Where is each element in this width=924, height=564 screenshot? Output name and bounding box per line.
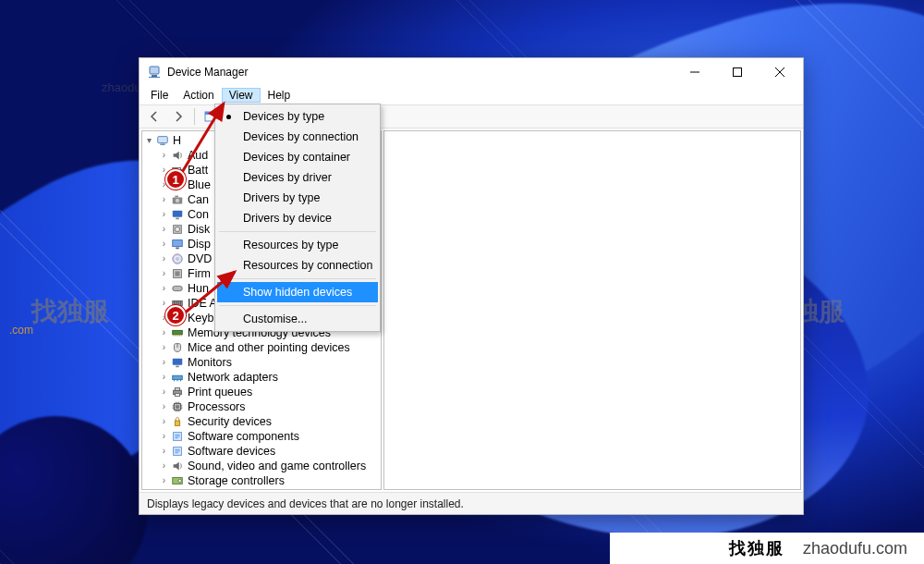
svg-rect-2 [149, 77, 160, 78]
tree-item[interactable]: ›Print queues [142, 385, 381, 399]
minimize-button[interactable] [674, 58, 716, 86]
menu-item-customise[interactable]: Customise... [217, 309, 378, 329]
tree-item-label: Print queues [188, 385, 252, 399]
expander-icon[interactable]: › [159, 399, 169, 414]
tree-item[interactable]: ›Processors [142, 399, 381, 414]
close-button[interactable] [759, 58, 801, 86]
tree-item-label: Storage controllers [188, 473, 285, 488]
tree-item-label: Mice and other pointing devices [188, 340, 350, 355]
tree-item[interactable]: ›Security devices [142, 414, 381, 429]
expander-icon[interactable]: › [159, 222, 169, 237]
view-dropdown-menu: Devices by type Devices by connection De… [214, 104, 381, 332]
tree-item-label: Monitors [188, 355, 232, 370]
svg-rect-28 [173, 330, 183, 334]
svg-rect-25 [173, 286, 183, 290]
svg-rect-7 [158, 137, 168, 143]
svg-rect-3 [734, 68, 742, 77]
svg-point-22 [176, 258, 179, 261]
tree-item-label: Aud [188, 148, 208, 163]
svg-rect-34 [175, 394, 179, 397]
expander-icon[interactable]: › [159, 325, 169, 340]
menu-item-resources-by-type[interactable]: Resources by type [217, 235, 378, 255]
menu-help[interactable]: Help [261, 88, 298, 103]
svg-rect-8 [160, 144, 164, 145]
tree-item[interactable]: ›Sound, video and game controllers [142, 459, 381, 473]
expander-icon[interactable]: › [159, 385, 169, 399]
tree-item-label: IDE A [188, 296, 217, 311]
expander-icon[interactable]: › [159, 355, 169, 370]
expander-icon[interactable]: › [159, 370, 169, 385]
display-icon [170, 237, 185, 251]
expander-icon[interactable]: › [159, 459, 169, 473]
expander-icon[interactable]: › [159, 429, 169, 444]
tree-item-label: Con [188, 207, 209, 222]
svg-rect-1 [152, 75, 157, 77]
menu-item-devices-by-driver[interactable]: Devices by driver [217, 167, 378, 188]
maximize-button[interactable] [716, 58, 759, 86]
expander-icon[interactable]: › [159, 444, 169, 459]
expander-icon[interactable]: › [159, 340, 169, 355]
svg-rect-14 [175, 196, 178, 198]
annotation-marker-1: 1 [165, 169, 186, 190]
expander-icon[interactable]: › [159, 414, 169, 429]
svg-rect-24 [175, 271, 179, 276]
tree-item[interactable]: ›Monitors [142, 355, 381, 370]
network-icon [170, 370, 185, 385]
dvd-icon [170, 251, 185, 266]
menu-item-show-hidden-devices[interactable]: Show hidden devices [217, 282, 378, 302]
expander-icon[interactable]: › [159, 281, 169, 296]
memory-icon [170, 325, 185, 340]
menu-item-devices-by-container[interactable]: Devices by container [217, 147, 378, 167]
menu-view[interactable]: View [222, 88, 261, 103]
tree-item-label: Firm [188, 266, 211, 281]
menu-item-drivers-by-type[interactable]: Drivers by type [217, 188, 378, 208]
menu-separator [219, 278, 376, 279]
menu-item-devices-by-connection[interactable]: Devices by connection [217, 127, 378, 147]
check-bullet-icon [226, 115, 231, 119]
window-title: Device Manager [167, 66, 248, 79]
svg-rect-20 [176, 248, 179, 250]
tree-item-label: Batt [188, 163, 208, 178]
svg-point-18 [175, 227, 179, 231]
svg-point-41 [178, 479, 182, 483]
svg-rect-37 [175, 421, 179, 425]
tree-item-label: Can [188, 192, 209, 207]
tree-item-label: DVD [188, 251, 212, 266]
tree-item-label: Disp [188, 237, 211, 251]
expander-icon[interactable]: › [159, 148, 169, 163]
tree-root-label: H [173, 133, 181, 148]
tree-item[interactable]: ›Mice and other pointing devices [142, 340, 381, 355]
menu-separator [219, 305, 376, 306]
svg-rect-36 [176, 405, 179, 409]
expander-icon[interactable]: › [159, 192, 169, 207]
security-icon [170, 414, 185, 429]
svg-rect-16 [176, 218, 179, 220]
tree-item[interactable]: ›Network adapters [142, 370, 381, 385]
storage-icon [170, 473, 185, 488]
svg-rect-33 [175, 388, 179, 391]
expander-icon[interactable]: › [159, 237, 169, 251]
menu-file[interactable]: File [143, 88, 176, 103]
expander-icon[interactable]: › [159, 207, 169, 222]
monitor-icon [170, 355, 185, 370]
menu-action[interactable]: Action [176, 88, 221, 103]
expander-icon[interactable]: › [159, 473, 169, 488]
firmware-icon [170, 266, 185, 281]
tree-item[interactable]: ›Software devices [142, 444, 381, 459]
annotation-marker-2: 2 [165, 305, 186, 325]
forward-button[interactable] [167, 106, 189, 127]
tree-item[interactable]: ›Storage controllers [142, 473, 381, 488]
menu-item-resources-by-connection[interactable]: Resources by connection [217, 255, 378, 276]
menu-item-devices-by-type[interactable]: Devices by type [217, 106, 378, 127]
menu-item-drivers-by-device[interactable]: Drivers by device [217, 208, 378, 228]
mouse-icon [170, 340, 185, 355]
back-button[interactable] [143, 106, 165, 127]
footer-cn: 找独服 [729, 537, 784, 559]
audio-icon [170, 459, 185, 473]
titlebar[interactable]: Device Manager [140, 58, 803, 86]
tree-item[interactable]: ›Software components [142, 429, 381, 444]
expander-icon[interactable]: › [159, 266, 169, 281]
tree-item-label: Network adapters [188, 370, 278, 385]
expander-icon[interactable]: › [159, 251, 169, 266]
svg-rect-15 [173, 211, 183, 217]
